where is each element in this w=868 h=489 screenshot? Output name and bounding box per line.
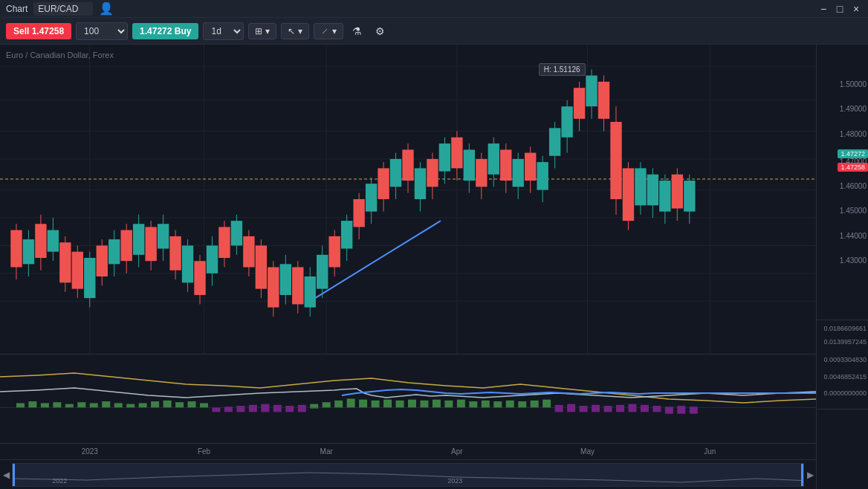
price-label-148: 1.48000 (840, 130, 867, 138)
svg-rect-60 (268, 268, 279, 308)
svg-rect-166 (469, 401, 477, 407)
chart-container: Euro / Canadian Dollar, Forex (0, 45, 816, 489)
svg-rect-135 (90, 403, 98, 407)
timeline: 2023 Feb Mar Apr May Jun (0, 443, 816, 459)
svg-rect-72 (341, 221, 352, 248)
timeline-label-may: May (580, 447, 595, 456)
svg-rect-28 (72, 252, 83, 289)
svg-rect-159 (383, 400, 392, 408)
svg-rect-131 (41, 403, 49, 407)
svg-rect-162 (420, 401, 428, 408)
high-tooltip: H: 1.51126 (539, 63, 586, 76)
overview-label-2022: 2022 (52, 477, 67, 485)
timeline-label-2023: 2023 (82, 447, 98, 456)
price-label-145: 1.45000 (840, 207, 867, 215)
minimize-button[interactable]: − (817, 3, 829, 15)
svg-rect-46 (182, 245, 193, 282)
timeline-label-apr: Apr (451, 447, 463, 456)
svg-rect-98 (500, 149, 511, 181)
price-label-149: 1.49000 (840, 105, 867, 113)
svg-rect-120 (635, 168, 646, 205)
sub-chart[interactable] (0, 354, 816, 443)
svg-rect-76 (366, 184, 377, 211)
svg-rect-124 (659, 181, 670, 212)
sell-button[interactable]: Sell 1.47258 (6, 23, 71, 39)
svg-rect-24 (48, 230, 59, 252)
svg-rect-22 (35, 224, 46, 258)
title-bar: Chart 👤 − □ × (0, 0, 868, 18)
line-tool-button[interactable]: ⟋ ▾ (314, 23, 343, 39)
svg-rect-155 (334, 401, 343, 408)
scroll-left-button[interactable]: ◀ (0, 469, 12, 481)
buy-button[interactable]: 1.47272 Buy (132, 23, 198, 39)
svg-rect-173 (555, 405, 563, 412)
svg-rect-158 (372, 401, 380, 408)
svg-rect-20 (23, 239, 34, 264)
candles-icon: ⊞ (255, 26, 262, 36)
cursor-icon: ↖ (288, 26, 295, 36)
svg-rect-163 (433, 400, 441, 408)
svg-rect-90 (451, 137, 462, 169)
svg-rect-140 (151, 401, 159, 407)
sub-price-1: 0.0186609661 (823, 325, 867, 332)
title-text: Chart (6, 4, 27, 14)
svg-rect-150 (273, 405, 282, 412)
svg-rect-161 (408, 400, 416, 408)
chart-type-chevron: ▾ (265, 26, 270, 36)
sub-price-5: 0.0000000000 (823, 389, 867, 397)
svg-rect-70 (328, 236, 340, 268)
svg-rect-179 (628, 404, 636, 412)
symbol-input[interactable] (33, 2, 93, 16)
svg-rect-88 (439, 143, 450, 171)
svg-rect-151 (285, 406, 294, 412)
svg-rect-66 (305, 276, 316, 308)
cursor-button[interactable]: ↖ ▾ (281, 23, 309, 39)
scrollbar-area[interactable]: ◀ 2022 2023 ▶ (0, 459, 816, 489)
timeline-label-mar: Mar (320, 447, 333, 456)
svg-rect-84 (415, 168, 426, 199)
svg-rect-108 (561, 106, 572, 137)
svg-rect-86 (427, 159, 438, 187)
overview-left-handle[interactable] (13, 464, 15, 486)
account-icon[interactable]: 👤 (99, 1, 114, 16)
svg-rect-181 (652, 406, 661, 412)
flask-icon: ⚗ (352, 25, 362, 37)
interval-select[interactable]: 1d 1m 5m 15m 1h 4h 1w (203, 22, 244, 40)
gear-icon: ⚙ (375, 25, 385, 37)
svg-rect-138 (126, 404, 135, 408)
svg-rect-149 (261, 404, 269, 412)
maximize-button[interactable]: □ (834, 3, 846, 15)
quantity-select[interactable]: 100 1000 10000 (76, 22, 128, 40)
svg-rect-62 (280, 264, 291, 295)
close-button[interactable]: × (850, 3, 862, 15)
svg-rect-82 (402, 149, 413, 181)
svg-rect-48 (194, 261, 205, 295)
svg-rect-157 (359, 400, 367, 408)
chart-grid (0, 45, 816, 354)
scroll-right-button[interactable]: ▶ (804, 469, 816, 481)
svg-rect-94 (476, 159, 487, 187)
svg-rect-171 (531, 401, 539, 408)
indicators-button[interactable]: ⚗ (348, 23, 366, 39)
title-bar-right: − □ × (817, 3, 862, 15)
main-chart[interactable]: Euro / Canadian Dollar, Forex (0, 45, 816, 354)
yellow-line (0, 373, 816, 403)
svg-rect-139 (139, 403, 147, 407)
svg-rect-133 (65, 404, 74, 408)
settings-button[interactable]: ⚙ (371, 23, 389, 39)
svg-rect-44 (169, 236, 181, 271)
cursor-chevron: ▾ (298, 26, 302, 36)
timeline-label-jun: Jun (704, 447, 716, 456)
candle-group (10, 69, 695, 317)
svg-rect-38 (133, 224, 144, 255)
overview-label-2023: 2023 (447, 477, 462, 485)
svg-rect-126 (672, 175, 683, 209)
svg-rect-145 (212, 407, 220, 412)
svg-rect-54 (231, 221, 242, 245)
svg-rect-177 (604, 406, 612, 412)
overview-right-handle[interactable] (801, 464, 803, 486)
svg-rect-80 (390, 159, 401, 187)
svg-rect-153 (310, 404, 318, 409)
svg-rect-74 (353, 199, 364, 227)
chart-type-button[interactable]: ⊞ ▾ (248, 23, 276, 39)
